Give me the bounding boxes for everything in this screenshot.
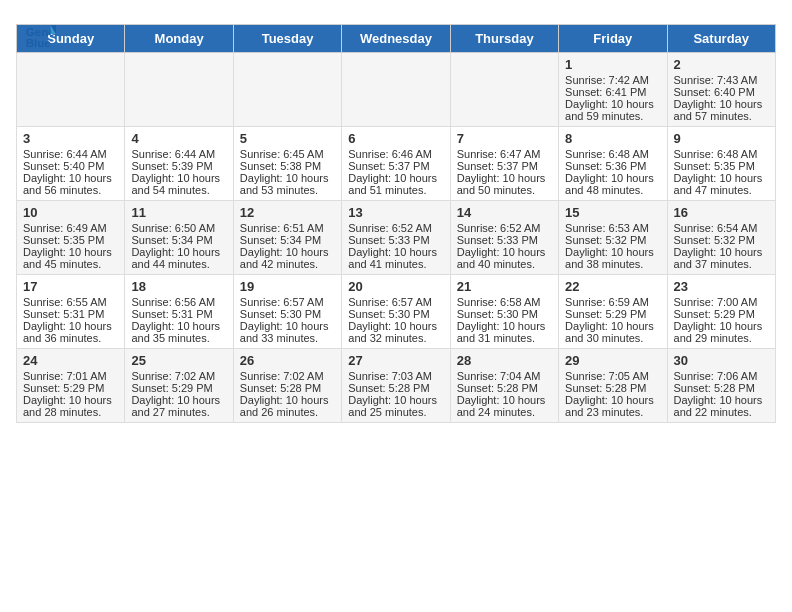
calendar-header: [0, 0, 792, 24]
day-number: 28: [457, 353, 552, 368]
daylight-text: Daylight: 10 hours and 24 minutes.: [457, 394, 552, 418]
day-number: 11: [131, 205, 226, 220]
calendar-cell: 16Sunrise: 6:54 AMSunset: 5:32 PMDayligh…: [667, 201, 775, 275]
sunrise-text: Sunrise: 7:04 AM: [457, 370, 552, 382]
sunrise-text: Sunrise: 7:00 AM: [674, 296, 769, 308]
weekday-header-friday: Friday: [559, 25, 667, 53]
sunset-text: Sunset: 5:34 PM: [240, 234, 335, 246]
calendar-cell: [450, 53, 558, 127]
sunset-text: Sunset: 5:30 PM: [240, 308, 335, 320]
day-number: 22: [565, 279, 660, 294]
calendar-cell: 3Sunrise: 6:44 AMSunset: 5:40 PMDaylight…: [17, 127, 125, 201]
sunrise-text: Sunrise: 6:56 AM: [131, 296, 226, 308]
calendar-cell: 24Sunrise: 7:01 AMSunset: 5:29 PMDayligh…: [17, 349, 125, 423]
daylight-text: Daylight: 10 hours and 57 minutes.: [674, 98, 769, 122]
calendar-cell: 30Sunrise: 7:06 AMSunset: 5:28 PMDayligh…: [667, 349, 775, 423]
calendar-cell: 26Sunrise: 7:02 AMSunset: 5:28 PMDayligh…: [233, 349, 341, 423]
day-number: 17: [23, 279, 118, 294]
day-number: 12: [240, 205, 335, 220]
daylight-text: Daylight: 10 hours and 29 minutes.: [674, 320, 769, 344]
sunrise-text: Sunrise: 6:57 AM: [348, 296, 443, 308]
calendar-week-row: 17Sunrise: 6:55 AMSunset: 5:31 PMDayligh…: [17, 275, 776, 349]
calendar-cell: [233, 53, 341, 127]
sunset-text: Sunset: 5:30 PM: [457, 308, 552, 320]
day-number: 19: [240, 279, 335, 294]
sunrise-text: Sunrise: 6:57 AM: [240, 296, 335, 308]
sunset-text: Sunset: 5:32 PM: [674, 234, 769, 246]
calendar-table: SundayMondayTuesdayWednesdayThursdayFrid…: [16, 24, 776, 423]
day-number: 10: [23, 205, 118, 220]
day-number: 9: [674, 131, 769, 146]
sunset-text: Sunset: 5:37 PM: [348, 160, 443, 172]
daylight-text: Daylight: 10 hours and 35 minutes.: [131, 320, 226, 344]
calendar-cell: 2Sunrise: 7:43 AMSunset: 6:40 PMDaylight…: [667, 53, 775, 127]
weekday-header-row: SundayMondayTuesdayWednesdayThursdayFrid…: [17, 25, 776, 53]
calendar-week-row: 3Sunrise: 6:44 AMSunset: 5:40 PMDaylight…: [17, 127, 776, 201]
sunrise-text: Sunrise: 6:52 AM: [457, 222, 552, 234]
day-number: 21: [457, 279, 552, 294]
daylight-text: Daylight: 10 hours and 27 minutes.: [131, 394, 226, 418]
calendar-cell: 19Sunrise: 6:57 AMSunset: 5:30 PMDayligh…: [233, 275, 341, 349]
calendar-cell: 1Sunrise: 7:42 AMSunset: 6:41 PMDaylight…: [559, 53, 667, 127]
day-number: 24: [23, 353, 118, 368]
calendar-cell: 28Sunrise: 7:04 AMSunset: 5:28 PMDayligh…: [450, 349, 558, 423]
calendar-cell: 17Sunrise: 6:55 AMSunset: 5:31 PMDayligh…: [17, 275, 125, 349]
calendar-cell: 7Sunrise: 6:47 AMSunset: 5:37 PMDaylight…: [450, 127, 558, 201]
sunset-text: Sunset: 5:28 PM: [457, 382, 552, 394]
calendar-container: SundayMondayTuesdayWednesdayThursdayFrid…: [0, 24, 792, 439]
sunrise-text: Sunrise: 6:44 AM: [23, 148, 118, 160]
day-number: 4: [131, 131, 226, 146]
sunset-text: Sunset: 5:33 PM: [457, 234, 552, 246]
sunrise-text: Sunrise: 7:05 AM: [565, 370, 660, 382]
daylight-text: Daylight: 10 hours and 22 minutes.: [674, 394, 769, 418]
day-number: 13: [348, 205, 443, 220]
sunrise-text: Sunrise: 6:47 AM: [457, 148, 552, 160]
calendar-cell: 10Sunrise: 6:49 AMSunset: 5:35 PMDayligh…: [17, 201, 125, 275]
sunrise-text: Sunrise: 6:55 AM: [23, 296, 118, 308]
logo-icon: General Blue: [24, 18, 56, 50]
sunrise-text: Sunrise: 6:54 AM: [674, 222, 769, 234]
sunset-text: Sunset: 5:31 PM: [23, 308, 118, 320]
daylight-text: Daylight: 10 hours and 36 minutes.: [23, 320, 118, 344]
weekday-header-wednesday: Wednesday: [342, 25, 450, 53]
sunset-text: Sunset: 5:28 PM: [565, 382, 660, 394]
sunrise-text: Sunrise: 7:03 AM: [348, 370, 443, 382]
weekday-header-monday: Monday: [125, 25, 233, 53]
day-number: 23: [674, 279, 769, 294]
calendar-cell: 29Sunrise: 7:05 AMSunset: 5:28 PMDayligh…: [559, 349, 667, 423]
day-number: 14: [457, 205, 552, 220]
sunset-text: Sunset: 5:28 PM: [674, 382, 769, 394]
calendar-week-row: 24Sunrise: 7:01 AMSunset: 5:29 PMDayligh…: [17, 349, 776, 423]
day-number: 26: [240, 353, 335, 368]
day-number: 2: [674, 57, 769, 72]
daylight-text: Daylight: 10 hours and 26 minutes.: [240, 394, 335, 418]
daylight-text: Daylight: 10 hours and 40 minutes.: [457, 246, 552, 270]
sunset-text: Sunset: 5:33 PM: [348, 234, 443, 246]
sunset-text: Sunset: 5:29 PM: [23, 382, 118, 394]
day-number: 25: [131, 353, 226, 368]
sunrise-text: Sunrise: 6:48 AM: [674, 148, 769, 160]
sunset-text: Sunset: 5:38 PM: [240, 160, 335, 172]
daylight-text: Daylight: 10 hours and 28 minutes.: [23, 394, 118, 418]
sunset-text: Sunset: 5:37 PM: [457, 160, 552, 172]
sunrise-text: Sunrise: 6:53 AM: [565, 222, 660, 234]
daylight-text: Daylight: 10 hours and 23 minutes.: [565, 394, 660, 418]
calendar-cell: 22Sunrise: 6:59 AMSunset: 5:29 PMDayligh…: [559, 275, 667, 349]
sunset-text: Sunset: 5:29 PM: [565, 308, 660, 320]
day-number: 20: [348, 279, 443, 294]
day-number: 5: [240, 131, 335, 146]
calendar-cell: 12Sunrise: 6:51 AMSunset: 5:34 PMDayligh…: [233, 201, 341, 275]
sunset-text: Sunset: 5:39 PM: [131, 160, 226, 172]
sunset-text: Sunset: 5:36 PM: [565, 160, 660, 172]
sunrise-text: Sunrise: 6:45 AM: [240, 148, 335, 160]
sunset-text: Sunset: 5:28 PM: [348, 382, 443, 394]
daylight-text: Daylight: 10 hours and 51 minutes.: [348, 172, 443, 196]
sunrise-text: Sunrise: 7:02 AM: [240, 370, 335, 382]
calendar-cell: 6Sunrise: 6:46 AMSunset: 5:37 PMDaylight…: [342, 127, 450, 201]
calendar-cell: 11Sunrise: 6:50 AMSunset: 5:34 PMDayligh…: [125, 201, 233, 275]
daylight-text: Daylight: 10 hours and 37 minutes.: [674, 246, 769, 270]
calendar-cell: 15Sunrise: 6:53 AMSunset: 5:32 PMDayligh…: [559, 201, 667, 275]
daylight-text: Daylight: 10 hours and 41 minutes.: [348, 246, 443, 270]
calendar-cell: 23Sunrise: 7:00 AMSunset: 5:29 PMDayligh…: [667, 275, 775, 349]
day-number: 27: [348, 353, 443, 368]
